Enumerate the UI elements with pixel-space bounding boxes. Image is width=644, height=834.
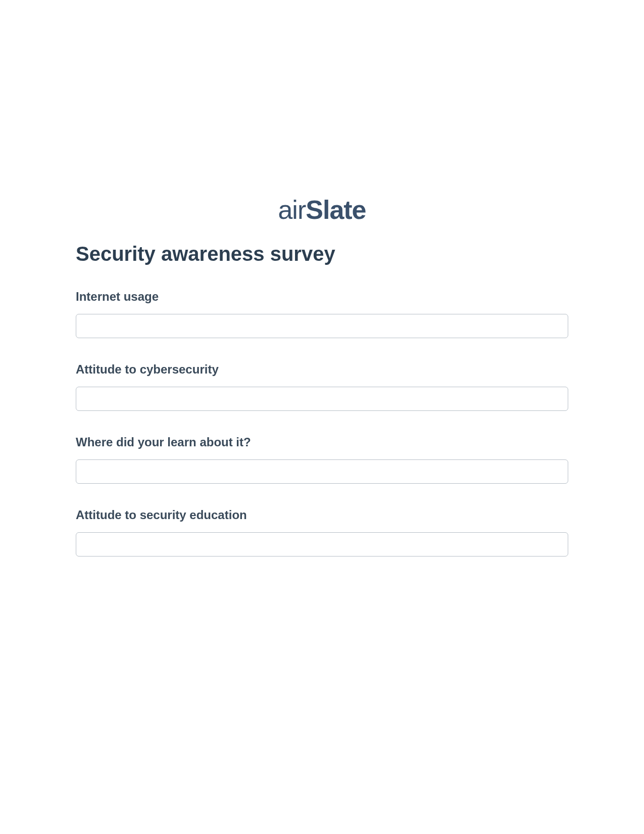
survey-form: Security awareness survey Internet usage… <box>76 243 568 581</box>
logo-part-slate: Slate <box>306 195 366 224</box>
label-attitude-education: Attitude to security education <box>76 508 568 522</box>
field-group-attitude-cybersecurity: Attitude to cybersecurity <box>76 362 568 411</box>
input-attitude-cybersecurity[interactable] <box>76 387 568 411</box>
label-internet-usage: Internet usage <box>76 290 568 304</box>
field-group-attitude-education: Attitude to security education <box>76 508 568 557</box>
input-internet-usage[interactable] <box>76 314 568 338</box>
logo-part-air: air <box>278 195 306 224</box>
form-title: Security awareness survey <box>76 243 568 265</box>
field-group-internet-usage: Internet usage <box>76 290 568 338</box>
input-where-learn[interactable] <box>76 459 568 484</box>
brand-logo: airSlate <box>278 195 366 225</box>
field-group-where-learn: Where did your learn about it? <box>76 435 568 484</box>
label-where-learn: Where did your learn about it? <box>76 435 568 449</box>
label-attitude-cybersecurity: Attitude to cybersecurity <box>76 362 568 377</box>
input-attitude-education[interactable] <box>76 532 568 557</box>
